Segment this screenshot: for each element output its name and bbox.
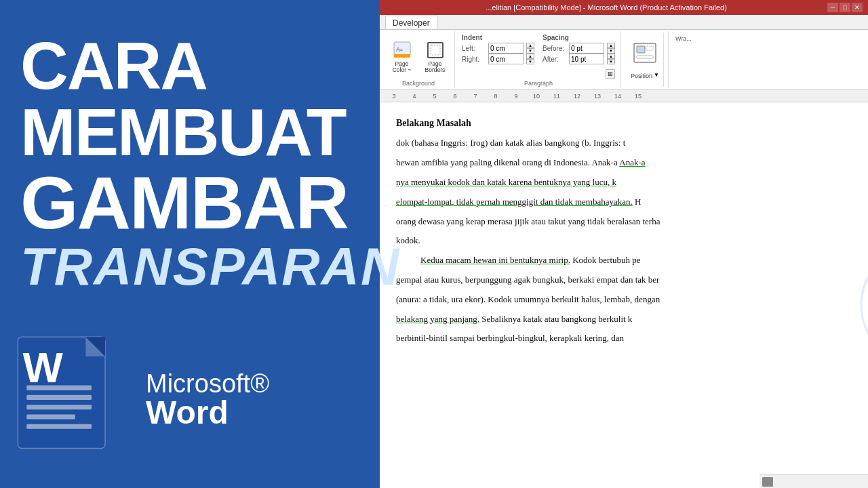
- left-indent-row: Left: ▲ ▼: [462, 43, 534, 54]
- doc-heading: Belakang Masalah: [396, 116, 852, 131]
- before-spacing-down[interactable]: ▼: [607, 48, 615, 54]
- doc-para-3: nya menyukai kodok dan katak karena bent…: [396, 176, 852, 190]
- ruler-mark-14: 14: [608, 93, 628, 100]
- doc-para-8: gempal atau kurus, berpunggung agak bung…: [396, 273, 852, 287]
- right-label: Right:: [462, 56, 486, 63]
- right-indent-up[interactable]: ▲: [526, 54, 534, 59]
- svg-rect-4: [26, 395, 92, 400]
- before-label: Before:: [542, 45, 566, 52]
- word-icon: W: [10, 332, 132, 468]
- taskbar-icon: [762, 477, 773, 487]
- left-indent-spinners[interactable]: ▲ ▼: [526, 43, 534, 54]
- left-indent-input[interactable]: [488, 43, 524, 54]
- ruler-mark-8: 8: [486, 93, 506, 100]
- doc-para-11: berbintil-bintil sampai berbingkul-bingk…: [396, 331, 852, 346]
- indent-label: Indent: [462, 34, 534, 41]
- watermark: W: [854, 237, 868, 373]
- right-indent-spinners[interactable]: ▲ ▼: [526, 54, 534, 64]
- spacing-section: Spacing Before: ▲ ▼ After:: [542, 34, 615, 64]
- ribbon-group-wrap: Wra...: [670, 31, 697, 88]
- doc-para-4: elompat-lompat, tidak pernah menggigit d…: [396, 195, 852, 209]
- doc-para-5: orang dewasa yang kerap merasa jijik ata…: [396, 215, 852, 229]
- indent-section: Indent Left: ▲ ▼ Right:: [462, 34, 534, 64]
- title-line1: CARA MEMBUAT: [20, 33, 461, 165]
- right-indent-input[interactable]: [488, 54, 524, 64]
- position-dropdown-icon: ▼: [654, 72, 659, 78]
- underline-text-1: Anak-a: [619, 157, 645, 167]
- doc-para-6: kodok.: [396, 234, 852, 248]
- ribbon-group-paragraph: Indent Left: ▲ ▼ Right:: [456, 31, 621, 88]
- title-line2: GAMBAR: [20, 165, 461, 240]
- before-spacing-row: Before: ▲ ▼: [542, 43, 615, 54]
- position-button[interactable]: Position ▼: [627, 33, 664, 87]
- window-controls[interactable]: ─ □ ✕: [827, 3, 863, 12]
- after-spacing-input[interactable]: [569, 54, 604, 64]
- position-label: Position: [631, 73, 652, 79]
- before-spacing-up[interactable]: ▲: [607, 43, 615, 48]
- taskbar-bottom: [760, 474, 868, 488]
- ruler-mark-12: 12: [567, 93, 587, 100]
- left-indent-down[interactable]: ▼: [526, 48, 534, 54]
- paragraph-items: Indent Left: ▲ ▼ Right:: [460, 33, 616, 80]
- svg-point-19: [861, 244, 868, 366]
- after-spacing-row: After: ▲ ▼: [542, 54, 615, 64]
- left-label: Left:: [462, 45, 486, 52]
- ruler-mark-9: 9: [506, 93, 526, 100]
- after-spacing-spinners[interactable]: ▲ ▼: [607, 54, 615, 64]
- ruler-mark-11: 11: [547, 93, 567, 100]
- paragraph-group-label: Paragraph: [524, 80, 553, 87]
- svg-rect-18: [637, 56, 653, 58]
- svg-rect-7: [26, 424, 92, 429]
- doc-para-7: Kedua macam hewan ini bentuknya mirip. K…: [396, 253, 852, 268]
- word-text-label: Word: [146, 396, 269, 429]
- svg-rect-6: [26, 414, 75, 419]
- paragraph-expand-button[interactable]: ⊞: [606, 69, 615, 79]
- svg-text:W: W: [23, 344, 64, 391]
- after-spacing-down[interactable]: ▼: [607, 59, 615, 64]
- svg-rect-16: [637, 46, 645, 53]
- before-spacing-spinners[interactable]: ▲ ▼: [607, 43, 615, 54]
- doc-para-9: (anura: a tidak, ura ekor). Kodok umumny…: [396, 293, 852, 307]
- svg-rect-5: [26, 405, 92, 409]
- position-icon: [631, 41, 658, 71]
- logo-area: W Microsoft® Word: [10, 319, 431, 481]
- title-container: CARA MEMBUAT GAMBAR TRANSPARAN: [0, 0, 461, 312]
- doc-para-2: hewan amfibia yang paling dikenal orang …: [396, 156, 852, 170]
- close-button[interactable]: ✕: [852, 3, 863, 12]
- ruler-mark-15: 15: [628, 93, 648, 100]
- before-spacing-input[interactable]: [569, 43, 604, 54]
- doc-para-1: dok (bahasa Inggris: frog) dan katak ali…: [396, 136, 852, 150]
- svg-rect-17: [646, 46, 653, 50]
- ruler-mark-13: 13: [587, 93, 608, 100]
- ruler-mark-7: 7: [465, 93, 486, 100]
- left-indent-up[interactable]: ▲: [526, 43, 534, 48]
- ruler-mark-10: 10: [526, 93, 547, 100]
- right-indent-row: Right: ▲ ▼: [462, 54, 534, 64]
- title-line3: TRANSPARAN: [20, 240, 461, 293]
- right-indent-down[interactable]: ▼: [526, 59, 534, 64]
- ribbon-group-position: Position ▼: [623, 31, 669, 88]
- after-spacing-up[interactable]: ▲: [607, 54, 615, 59]
- maximize-button[interactable]: □: [840, 3, 850, 12]
- doc-para-10: belakang yang panjang. belakang yang pan…: [396, 312, 852, 327]
- ms-word-text: Microsoft® Word: [146, 371, 269, 429]
- after-label: After:: [542, 56, 566, 63]
- wrap-label: Wra...: [675, 33, 692, 42]
- minimize-button[interactable]: ─: [827, 3, 838, 12]
- spacing-label: Spacing: [542, 34, 615, 41]
- microsoft-text: Microsoft®: [146, 371, 269, 396]
